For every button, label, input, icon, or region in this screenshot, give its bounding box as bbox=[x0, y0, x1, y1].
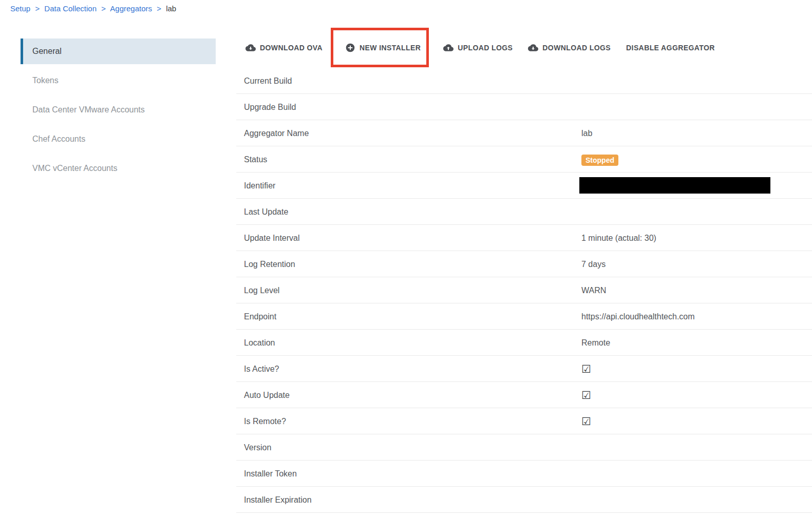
field-label: Log Level bbox=[244, 277, 279, 303]
field-label: Endpoint bbox=[244, 303, 276, 330]
table-row-log-level: Log Level WARN bbox=[236, 277, 812, 303]
breadcrumb-current: lab bbox=[166, 4, 176, 13]
table-row-status: Status Stopped bbox=[236, 146, 812, 173]
breadcrumb-link-aggregators[interactable]: Aggregators bbox=[110, 4, 152, 13]
field-label: Installer Token bbox=[244, 461, 297, 487]
field-value: Remote bbox=[581, 330, 610, 356]
main-content: DOWNLOAD OVA NEW INSTALLER UPLOAD LOGS D… bbox=[236, 39, 812, 513]
breadcrumb-link-data-collection[interactable]: Data Collection bbox=[44, 4, 97, 13]
field-label: Upgrade Build bbox=[244, 94, 296, 120]
table-row-is-remote: Is Remote? ☑ bbox=[236, 408, 812, 434]
field-value: WARN bbox=[581, 277, 606, 303]
field-label: Is Active? bbox=[244, 356, 279, 382]
cloud-download-icon bbox=[528, 43, 538, 53]
breadcrumb-separator: > bbox=[157, 4, 161, 13]
status-badge: Stopped bbox=[581, 155, 618, 166]
sidebar-item-tokens[interactable]: Tokens bbox=[21, 68, 216, 93]
field-label: Update Interval bbox=[244, 225, 300, 251]
table-row-version: Version bbox=[236, 434, 812, 461]
plus-circle-icon bbox=[345, 43, 355, 53]
breadcrumb-separator: > bbox=[35, 4, 40, 13]
field-label: Version bbox=[244, 434, 271, 461]
disable-aggregator-label: DISABLE AGGREGATOR bbox=[626, 44, 715, 52]
disable-aggregator-button[interactable]: DISABLE AGGREGATOR bbox=[626, 44, 715, 52]
breadcrumb-separator: > bbox=[101, 4, 106, 13]
cloud-upload-icon bbox=[443, 43, 454, 53]
breadcrumb: Setup > Data Collection > Aggregators > … bbox=[10, 4, 176, 13]
table-row-current-build: Current Build bbox=[236, 68, 812, 94]
new-installer-label: NEW INSTALLER bbox=[360, 44, 421, 52]
upload-logs-button[interactable]: UPLOAD LOGS bbox=[443, 43, 513, 53]
field-label: Aggregator Name bbox=[244, 120, 309, 146]
checked-checkbox-icon[interactable]: ☑ bbox=[581, 363, 591, 375]
field-value: 1 minute (actual: 30) bbox=[581, 225, 656, 251]
table-row-last-update: Last Update bbox=[236, 199, 812, 225]
table-row-log-retention: Log Retention 7 days bbox=[236, 251, 812, 277]
field-label: Auto Update bbox=[244, 382, 290, 408]
field-value: 7 days bbox=[581, 251, 606, 277]
table-row-aggregator-name: Aggregator Name lab bbox=[236, 120, 812, 146]
redacted-identifier-value bbox=[579, 177, 770, 194]
field-value: lab bbox=[581, 120, 592, 146]
toolbar: DOWNLOAD OVA NEW INSTALLER UPLOAD LOGS D… bbox=[246, 39, 812, 57]
table-row-upgrade-build: Upgrade Build bbox=[236, 94, 812, 120]
field-label: Log Retention bbox=[244, 251, 295, 277]
cloud-download-icon bbox=[246, 43, 256, 53]
sidebar-item-chef-accounts[interactable]: Chef Accounts bbox=[21, 126, 216, 152]
new-installer-button[interactable]: NEW INSTALLER bbox=[345, 43, 421, 53]
table-row-location: Location Remote bbox=[236, 330, 812, 356]
sidebar-item-general[interactable]: General bbox=[21, 39, 216, 64]
aggregator-details-table: Current Build Upgrade Build Aggregator N… bbox=[236, 68, 812, 513]
field-label: Installer Expiration bbox=[244, 487, 312, 513]
field-label: Current Build bbox=[244, 68, 292, 94]
breadcrumb-link-setup[interactable]: Setup bbox=[10, 4, 30, 13]
field-label: Status bbox=[244, 146, 267, 173]
field-label: Is Remote? bbox=[244, 408, 286, 434]
field-label: Identifier bbox=[244, 173, 275, 199]
table-row-update-interval: Update Interval 1 minute (actual: 30) bbox=[236, 225, 812, 251]
field-value: ☑ bbox=[581, 408, 591, 434]
field-label: Location bbox=[244, 330, 275, 356]
sidebar-item-vmc-vcenter-accounts[interactable]: VMC vCenter Accounts bbox=[21, 156, 216, 181]
checked-checkbox-icon[interactable]: ☑ bbox=[581, 415, 591, 427]
checked-checkbox-icon[interactable]: ☑ bbox=[581, 389, 591, 401]
upload-logs-label: UPLOAD LOGS bbox=[458, 44, 513, 52]
sidebar-item-data-center-vmware-accounts[interactable]: Data Center VMware Accounts bbox=[21, 97, 216, 123]
table-row-is-active: Is Active? ☑ bbox=[236, 356, 812, 382]
download-logs-label: DOWNLOAD LOGS bbox=[542, 44, 611, 52]
field-value: Stopped bbox=[581, 146, 618, 173]
download-logs-button[interactable]: DOWNLOAD LOGS bbox=[528, 43, 611, 53]
field-value: ☑ bbox=[581, 356, 591, 382]
table-row-auto-update: Auto Update ☑ bbox=[236, 382, 812, 408]
field-label: Last Update bbox=[244, 199, 288, 225]
field-value: ☑ bbox=[581, 382, 591, 408]
table-row-identifier: Identifier bbox=[236, 173, 812, 199]
sidebar: General Tokens Data Center VMware Accoun… bbox=[21, 39, 216, 185]
download-ova-button[interactable]: DOWNLOAD OVA bbox=[246, 43, 323, 53]
table-row-endpoint: Endpoint https://api.cloudhealthtech.com bbox=[236, 303, 812, 330]
field-value: https://api.cloudhealthtech.com bbox=[581, 303, 695, 330]
download-ova-label: DOWNLOAD OVA bbox=[260, 44, 323, 52]
table-row-installer-expiration: Installer Expiration bbox=[236, 487, 812, 513]
table-row-installer-token: Installer Token bbox=[236, 461, 812, 487]
